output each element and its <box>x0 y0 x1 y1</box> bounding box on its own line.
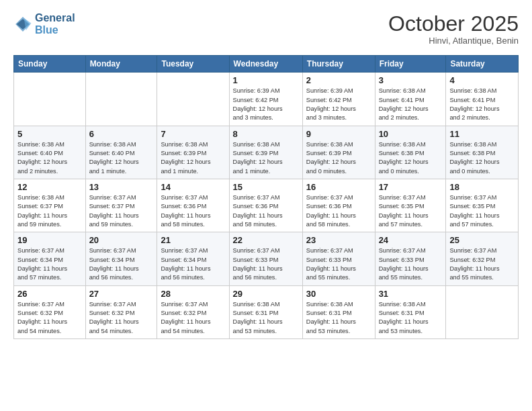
calendar-cell: 30Sunrise: 6:38 AM Sunset: 6:31 PM Dayli… <box>302 285 375 338</box>
day-number: 1 <box>233 75 299 85</box>
day-info: Sunrise: 6:38 AM Sunset: 6:41 PM Dayligh… <box>449 87 515 122</box>
calendar-cell: 19Sunrise: 6:37 AM Sunset: 6:34 PM Dayli… <box>14 232 86 285</box>
weekday-header-saturday: Saturday <box>446 56 519 73</box>
calendar-cell: 3Sunrise: 6:38 AM Sunset: 6:41 PM Daylig… <box>375 73 446 126</box>
day-number: 18 <box>449 182 515 192</box>
day-number: 7 <box>161 129 225 139</box>
day-number: 10 <box>379 129 443 139</box>
week-row-4: 19Sunrise: 6:37 AM Sunset: 6:34 PM Dayli… <box>14 232 519 285</box>
calendar-cell: 9Sunrise: 6:38 AM Sunset: 6:39 PM Daylig… <box>302 126 375 179</box>
calendar-cell: 18Sunrise: 6:37 AM Sunset: 6:35 PM Dayli… <box>446 179 519 232</box>
day-number: 29 <box>233 289 299 299</box>
calendar-cell: 1Sunrise: 6:39 AM Sunset: 6:42 PM Daylig… <box>229 73 302 126</box>
day-info: Sunrise: 6:37 AM Sunset: 6:34 PM Dayligh… <box>17 246 82 282</box>
day-info: Sunrise: 6:37 AM Sunset: 6:33 PM Dayligh… <box>306 246 371 282</box>
day-info: Sunrise: 6:38 AM Sunset: 6:40 PM Dayligh… <box>17 140 82 176</box>
day-number: 31 <box>379 289 443 299</box>
day-info: Sunrise: 6:38 AM Sunset: 6:39 PM Dayligh… <box>306 140 371 176</box>
calendar-cell: 24Sunrise: 6:37 AM Sunset: 6:33 PM Dayli… <box>375 232 446 285</box>
location: Hinvi, Atlantique, Benin <box>388 36 519 46</box>
calendar-cell: 23Sunrise: 6:37 AM Sunset: 6:33 PM Dayli… <box>302 232 375 285</box>
week-row-5: 26Sunrise: 6:37 AM Sunset: 6:32 PM Dayli… <box>14 285 519 338</box>
calendar-cell: 14Sunrise: 6:37 AM Sunset: 6:36 PM Dayli… <box>157 179 229 232</box>
day-number: 14 <box>161 182 225 192</box>
calendar-cell: 29Sunrise: 6:38 AM Sunset: 6:31 PM Dayli… <box>229 285 302 338</box>
day-info: Sunrise: 6:38 AM Sunset: 6:39 PM Dayligh… <box>233 140 299 176</box>
day-number: 21 <box>161 235 225 245</box>
day-number: 26 <box>17 289 82 299</box>
day-info: Sunrise: 6:37 AM Sunset: 6:36 PM Dayligh… <box>233 193 299 229</box>
calendar-cell: 28Sunrise: 6:37 AM Sunset: 6:32 PM Dayli… <box>157 285 229 338</box>
weekday-header-monday: Monday <box>85 56 157 73</box>
day-info: Sunrise: 6:37 AM Sunset: 6:36 PM Dayligh… <box>306 193 371 229</box>
day-number: 22 <box>233 235 299 245</box>
calendar: SundayMondayTuesdayWednesdayThursdayFrid… <box>13 55 519 339</box>
calendar-cell <box>446 285 519 338</box>
day-info: Sunrise: 6:38 AM Sunset: 6:38 PM Dayligh… <box>449 140 515 176</box>
day-number: 5 <box>17 129 82 139</box>
day-info: Sunrise: 6:37 AM Sunset: 6:33 PM Dayligh… <box>233 246 299 282</box>
day-info: Sunrise: 6:38 AM Sunset: 6:41 PM Dayligh… <box>379 87 443 122</box>
week-row-1: 1Sunrise: 6:39 AM Sunset: 6:42 PM Daylig… <box>14 73 519 126</box>
calendar-cell: 15Sunrise: 6:37 AM Sunset: 6:36 PM Dayli… <box>229 179 302 232</box>
weekday-header-wednesday: Wednesday <box>229 56 302 73</box>
day-number: 28 <box>161 289 225 299</box>
day-number: 20 <box>89 235 154 245</box>
calendar-cell: 5Sunrise: 6:38 AM Sunset: 6:40 PM Daylig… <box>14 126 86 179</box>
day-number: 23 <box>306 235 371 245</box>
day-number: 25 <box>449 235 515 245</box>
day-info: Sunrise: 6:37 AM Sunset: 6:34 PM Dayligh… <box>89 246 154 282</box>
day-number: 17 <box>379 182 443 192</box>
day-number: 30 <box>306 289 371 299</box>
day-number: 3 <box>379 75 443 85</box>
calendar-cell: 25Sunrise: 6:37 AM Sunset: 6:32 PM Dayli… <box>446 232 519 285</box>
calendar-cell <box>157 73 229 126</box>
day-info: Sunrise: 6:37 AM Sunset: 6:32 PM Dayligh… <box>449 246 515 282</box>
day-info: Sunrise: 6:37 AM Sunset: 6:32 PM Dayligh… <box>161 300 225 336</box>
day-number: 24 <box>379 235 443 245</box>
day-number: 2 <box>306 75 371 85</box>
header: General Blue October 2025 Hinvi, Atlanti… <box>13 12 519 46</box>
day-info: Sunrise: 6:38 AM Sunset: 6:40 PM Dayligh… <box>89 140 154 176</box>
calendar-cell: 4Sunrise: 6:38 AM Sunset: 6:41 PM Daylig… <box>446 73 519 126</box>
day-number: 19 <box>17 235 82 245</box>
calendar-cell: 8Sunrise: 6:38 AM Sunset: 6:39 PM Daylig… <box>229 126 302 179</box>
calendar-cell: 12Sunrise: 6:38 AM Sunset: 6:37 PM Dayli… <box>14 179 86 232</box>
day-number: 9 <box>306 129 371 139</box>
calendar-cell <box>85 73 157 126</box>
day-info: Sunrise: 6:39 AM Sunset: 6:42 PM Dayligh… <box>306 87 371 122</box>
calendar-cell: 17Sunrise: 6:37 AM Sunset: 6:35 PM Dayli… <box>375 179 446 232</box>
month-title: October 2025 <box>388 12 519 36</box>
calendar-cell: 22Sunrise: 6:37 AM Sunset: 6:33 PM Dayli… <box>229 232 302 285</box>
calendar-cell: 10Sunrise: 6:38 AM Sunset: 6:38 PM Dayli… <box>375 126 446 179</box>
calendar-cell: 2Sunrise: 6:39 AM Sunset: 6:42 PM Daylig… <box>302 73 375 126</box>
day-number: 4 <box>449 75 515 85</box>
weekday-header-row: SundayMondayTuesdayWednesdayThursdayFrid… <box>14 56 519 73</box>
day-info: Sunrise: 6:37 AM Sunset: 6:36 PM Dayligh… <box>161 193 225 229</box>
day-number: 11 <box>449 129 515 139</box>
weekday-header-thursday: Thursday <box>302 56 375 73</box>
calendar-cell: 6Sunrise: 6:38 AM Sunset: 6:40 PM Daylig… <box>85 126 157 179</box>
day-info: Sunrise: 6:37 AM Sunset: 6:32 PM Dayligh… <box>17 300 82 336</box>
day-info: Sunrise: 6:38 AM Sunset: 6:37 PM Dayligh… <box>17 193 82 229</box>
calendar-cell: 11Sunrise: 6:38 AM Sunset: 6:38 PM Dayli… <box>446 126 519 179</box>
weekday-header-sunday: Sunday <box>14 56 86 73</box>
day-number: 8 <box>233 129 299 139</box>
calendar-cell: 31Sunrise: 6:38 AM Sunset: 6:31 PM Dayli… <box>375 285 446 338</box>
calendar-cell: 20Sunrise: 6:37 AM Sunset: 6:34 PM Dayli… <box>85 232 157 285</box>
day-number: 15 <box>233 182 299 192</box>
day-info: Sunrise: 6:37 AM Sunset: 6:34 PM Dayligh… <box>161 246 225 282</box>
day-info: Sunrise: 6:37 AM Sunset: 6:35 PM Dayligh… <box>379 193 443 229</box>
day-info: Sunrise: 6:38 AM Sunset: 6:39 PM Dayligh… <box>161 140 225 176</box>
logo-text: General Blue <box>35 12 75 36</box>
calendar-cell: 16Sunrise: 6:37 AM Sunset: 6:36 PM Dayli… <box>302 179 375 232</box>
title-block: October 2025 Hinvi, Atlantique, Benin <box>388 12 519 46</box>
day-number: 12 <box>17 182 82 192</box>
day-info: Sunrise: 6:38 AM Sunset: 6:31 PM Dayligh… <box>233 300 299 336</box>
page: General Blue October 2025 Hinvi, Atlanti… <box>0 0 532 351</box>
calendar-cell: 21Sunrise: 6:37 AM Sunset: 6:34 PM Dayli… <box>157 232 229 285</box>
week-row-3: 12Sunrise: 6:38 AM Sunset: 6:37 PM Dayli… <box>14 179 519 232</box>
calendar-cell <box>14 73 86 126</box>
calendar-cell: 26Sunrise: 6:37 AM Sunset: 6:32 PM Dayli… <box>14 285 86 338</box>
week-row-2: 5Sunrise: 6:38 AM Sunset: 6:40 PM Daylig… <box>14 126 519 179</box>
